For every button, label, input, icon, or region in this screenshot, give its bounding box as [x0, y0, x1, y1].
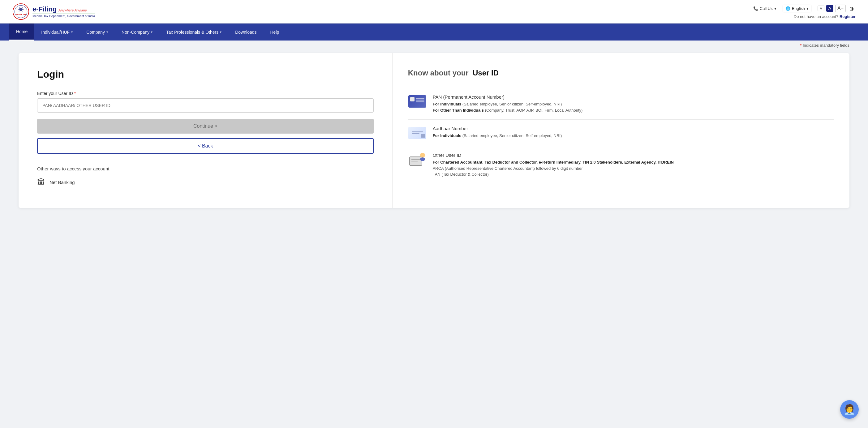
header-controls: 📞 Call Us ▾ 🌐 English ▾ A A A+ ◑	[753, 5, 856, 12]
aadhaar-title: Aadhaar Number	[433, 126, 834, 131]
qr-box	[421, 134, 425, 138]
nav-individual-label: Individual/HUF	[41, 30, 70, 35]
font-controls: A A A+ ◑	[817, 5, 856, 12]
register-line: Do not have an account? Register	[794, 14, 856, 19]
call-chevron-icon: ▾	[774, 6, 776, 11]
tax-pro-chevron-icon: ▾	[220, 30, 221, 34]
login-panel: Login Enter your User ID * Continue > < …	[19, 53, 393, 208]
mandatory-fields-note: * Indicates mandatory fields	[0, 40, 868, 50]
svg-point-15	[420, 153, 425, 158]
non-company-chevron-icon: ▾	[151, 30, 153, 34]
other-user-detail: For Chartered Accountant, Tax Deductor a…	[433, 159, 834, 177]
lang-chevron-icon: ▾	[806, 6, 809, 11]
language-label: English	[792, 6, 805, 11]
emblem-icon: INCOME TAX	[12, 3, 29, 20]
nav-home-label: Home	[16, 29, 28, 34]
aadhaar-individual-text: (Salaried employee, Senior citizen, Self…	[461, 133, 562, 138]
nav-item-help[interactable]: Help	[264, 24, 286, 40]
pan-item: PAN (Permanent Account Number) For Indiv…	[408, 88, 834, 120]
other-user-icon	[408, 153, 427, 166]
pan-title: PAN (Permanent Account Number)	[433, 94, 834, 100]
other-user-text-block: Other User ID For Chartered Accountant, …	[433, 153, 834, 177]
other-user-visual	[408, 153, 426, 166]
header: INCOME TAX e-Filing Anywhere Anytime Inc…	[0, 0, 868, 24]
nav-non-company-label: Non-Company	[122, 30, 149, 35]
svg-point-16	[420, 157, 425, 161]
svg-point-2	[19, 8, 23, 11]
pan-card-lines	[416, 98, 425, 102]
individual-chevron-icon: ▾	[71, 30, 73, 34]
pan-icon	[408, 94, 427, 108]
continue-button[interactable]: Continue >	[37, 119, 374, 134]
login-title: Login	[37, 69, 374, 80]
nav-item-company[interactable]: Company ▾	[80, 24, 115, 40]
pan-card-visual	[408, 95, 426, 108]
globe-icon: 🌐	[785, 6, 790, 11]
aadhaar-item: Aadhaar Number For Individuals (Salaried…	[408, 120, 834, 146]
title-highlight-text: User ID	[473, 69, 499, 77]
mandatory-text: Indicates mandatory fields	[803, 43, 849, 47]
logo-subtitle: Income Tax Department, Government of Ind…	[32, 14, 95, 18]
pan-other-text: (Company, Trust, AOP, AJP, BOI, Firm, Lo…	[484, 108, 583, 112]
call-us-label: Call Us	[760, 6, 773, 11]
pan-text-block: PAN (Permanent Account Number) For Indiv…	[433, 94, 834, 113]
other-ways-title: Other ways to access your account	[37, 166, 374, 171]
user-id-label-text: Enter your User ID	[37, 91, 73, 96]
asterisk-symbol: *	[800, 43, 802, 47]
aadhaar-text-block: Aadhaar Number For Individuals (Salaried…	[433, 126, 834, 139]
font-large-button[interactable]: A+	[835, 5, 846, 12]
user-id-input[interactable]	[37, 98, 374, 112]
required-star: *	[74, 91, 76, 96]
pan-individual-text: (Salaried employee, Senior citizen, Self…	[461, 102, 562, 106]
net-banking-label: Net Banking	[50, 180, 75, 185]
other-user-bold: For Chartered Accountant, Tax Deductor a…	[433, 160, 674, 165]
nav-item-home[interactable]: Home	[9, 24, 34, 40]
header-right: 📞 Call Us ▾ 🌐 English ▾ A A A+ ◑ Do not …	[753, 5, 856, 19]
call-us-button[interactable]: 📞 Call Us ▾	[753, 6, 776, 11]
svg-text:INCOME TAX: INCOME TAX	[16, 13, 26, 15]
content-card: Login Enter your User ID * Continue > < …	[19, 53, 849, 208]
aadhaar-card-visual	[408, 127, 426, 139]
main-content: Login Enter your User ID * Continue > < …	[0, 50, 868, 220]
back-button[interactable]: < Back	[37, 138, 374, 154]
title-prefix-text: Know about your	[408, 69, 469, 77]
register-link[interactable]: Register	[840, 14, 856, 19]
net-banking-item[interactable]: 🏛 Net Banking	[37, 177, 374, 187]
nav-item-non-company[interactable]: Non-Company ▾	[115, 24, 159, 40]
nav-tax-pro-label: Tax Professionals & Others	[166, 30, 218, 35]
green-divider	[32, 13, 95, 14]
nav-item-downloads[interactable]: Downloads	[228, 24, 263, 40]
aadhaar-icon	[408, 126, 427, 140]
efiling-title: e-Filing	[32, 5, 57, 13]
pan-other-bold: For Other Than Individuals	[433, 108, 484, 112]
other-user-title: Other User ID	[433, 153, 834, 158]
logo-text: e-Filing Anywhere Anytime Income Tax Dep…	[32, 5, 95, 18]
font-medium-button[interactable]: A	[826, 5, 833, 12]
company-chevron-icon: ▾	[106, 30, 108, 34]
logo-area: INCOME TAX e-Filing Anywhere Anytime Inc…	[12, 3, 95, 20]
person-screen-svg	[408, 153, 426, 166]
no-account-text: Do not have an account?	[794, 14, 839, 19]
nav-help-label: Help	[270, 30, 279, 35]
other-user-id-item: Other User ID For Chartered Accountant, …	[408, 146, 834, 184]
pan-individual-bold: For Individuals	[433, 102, 461, 106]
user-id-field-label: Enter your User ID *	[37, 91, 374, 96]
anywhere-anytime-text: Anywhere Anytime	[59, 8, 87, 12]
phone-icon: 📞	[753, 6, 758, 11]
pan-detail: For Individuals (Salaried employee, Seni…	[433, 101, 834, 113]
nav-item-tax-professionals[interactable]: Tax Professionals & Others ▾	[159, 24, 228, 40]
other-user-text: ARCA (Authorised Representative Chartere…	[433, 166, 583, 177]
user-id-section-title: Know about your User ID	[408, 69, 834, 77]
aadhaar-individual-bold: For Individuals	[433, 133, 461, 138]
user-id-panel: Know about your User ID PAN (Permanent A…	[393, 53, 849, 208]
nav-downloads-label: Downloads	[235, 30, 256, 35]
bank-icon: 🏛	[37, 177, 45, 187]
language-selector[interactable]: 🌐 English ▾	[783, 5, 812, 12]
contrast-toggle-button[interactable]: ◑	[847, 5, 856, 12]
navbar: Home Individual/HUF ▾ Company ▾ Non-Comp…	[0, 24, 868, 40]
nav-company-label: Company	[86, 30, 105, 35]
aadhaar-detail: For Individuals (Salaried employee, Seni…	[433, 133, 834, 139]
font-small-button[interactable]: A	[817, 6, 824, 11]
nav-item-individual-huf[interactable]: Individual/HUF ▾	[34, 24, 80, 40]
efiling-logo: e-Filing Anywhere Anytime	[32, 5, 95, 14]
